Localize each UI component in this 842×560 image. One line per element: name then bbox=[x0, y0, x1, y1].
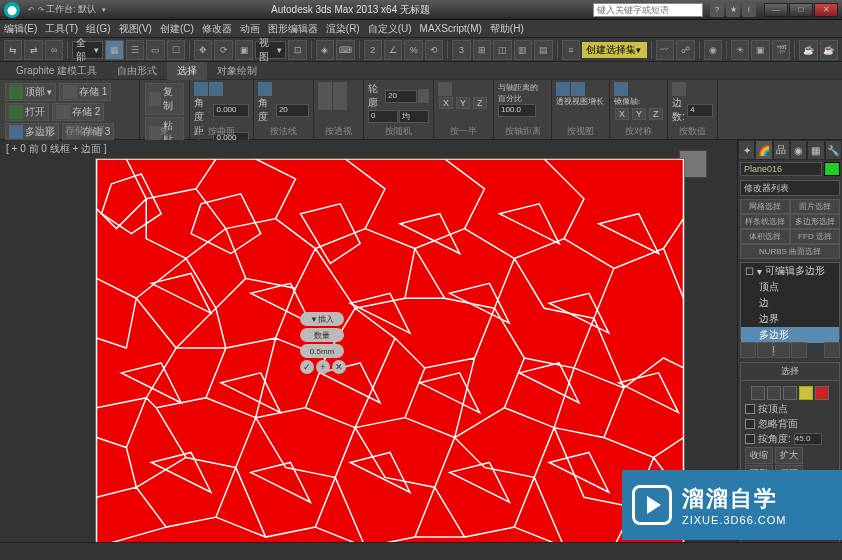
render-setup-icon[interactable]: ☀ bbox=[731, 40, 749, 60]
remove-mod-icon[interactable] bbox=[791, 342, 807, 358]
qa-undo-icon[interactable]: ↶ bbox=[28, 6, 34, 14]
angle-spinner[interactable]: 0.000 bbox=[213, 104, 249, 117]
caddy-mode[interactable]: 数量 bbox=[300, 328, 344, 342]
stack-border[interactable]: 边界 bbox=[741, 311, 839, 327]
menu-create[interactable]: 创建(C) bbox=[160, 22, 194, 36]
stack-editable-poly[interactable]: ☐ ▾ 可编辑多边形 bbox=[741, 263, 839, 279]
menu-animation[interactable]: 动画 bbox=[240, 22, 260, 36]
move-icon[interactable]: ✥ bbox=[194, 40, 212, 60]
mod-ffd[interactable]: FFD 选择 bbox=[790, 229, 840, 244]
object-color-swatch[interactable] bbox=[824, 162, 840, 176]
bind-icon[interactable]: ∞ bbox=[45, 40, 63, 60]
snap3-icon[interactable]: 3 bbox=[452, 40, 470, 60]
open-button[interactable]: 打开 bbox=[5, 103, 49, 121]
schematic-icon[interactable]: ☍ bbox=[676, 40, 694, 60]
manip-icon[interactable]: ◈ bbox=[316, 40, 334, 60]
modifier-stack[interactable]: ☐ ▾ 可编辑多边形 顶点 边 边界 多边形 元素 bbox=[740, 262, 840, 340]
workspace-label[interactable]: 工作台: 默认 bbox=[46, 3, 96, 16]
material-icon[interactable]: ◉ bbox=[704, 40, 722, 60]
menu-render[interactable]: 渲染(R) bbox=[326, 22, 360, 36]
snap-percent-icon[interactable]: % bbox=[404, 40, 422, 60]
rollout-selection-header[interactable]: 选择 bbox=[741, 363, 839, 381]
rand-spinner[interactable]: 20 bbox=[385, 90, 417, 103]
layers-icon[interactable]: ≡ bbox=[562, 40, 580, 60]
norm-angle-spinner[interactable]: 20 bbox=[276, 104, 309, 117]
caddy-ok-icon[interactable]: ✓ bbox=[300, 360, 314, 374]
menu-custom[interactable]: 自定义(U) bbox=[368, 22, 412, 36]
pin-stack-icon[interactable] bbox=[740, 342, 756, 358]
tab-modify-icon[interactable]: 🌈 bbox=[755, 140, 772, 160]
unlink-icon[interactable]: ⇄ bbox=[24, 40, 42, 60]
mod-nurbs[interactable]: NURBS 曲面选择 bbox=[740, 244, 840, 259]
stack-edge[interactable]: 边 bbox=[741, 295, 839, 311]
subobj-border-icon[interactable] bbox=[783, 386, 797, 400]
snap-angle-icon[interactable]: ∠ bbox=[384, 40, 402, 60]
mod-spline[interactable]: 样条线选择 bbox=[740, 214, 790, 229]
info-icon[interactable]: i bbox=[742, 3, 756, 17]
menu-maxscript[interactable]: MAXScript(M) bbox=[420, 23, 482, 34]
edges-spinner[interactable]: 4 bbox=[687, 104, 713, 117]
grow-button[interactable]: 扩大 bbox=[775, 447, 803, 464]
tab-display-icon[interactable]: ▦ bbox=[807, 140, 824, 160]
tab-freeform[interactable]: 自由形式 bbox=[107, 62, 167, 80]
help-search-input[interactable] bbox=[593, 3, 703, 17]
by-angle-checkbox[interactable] bbox=[745, 434, 755, 444]
link-icon[interactable]: ⇆ bbox=[4, 40, 22, 60]
star-icon[interactable]: ★ bbox=[726, 3, 740, 17]
maximize-button[interactable]: □ bbox=[789, 3, 813, 17]
stack-polygon[interactable]: 多边形 bbox=[741, 327, 839, 343]
tab-graphite[interactable]: Graphite 建模工具 bbox=[6, 62, 107, 80]
modifier-list-combo[interactable]: 修改器列表 bbox=[740, 180, 840, 196]
pivot-spinner[interactable]: 100.0 bbox=[498, 104, 536, 117]
viewport-canvas[interactable] bbox=[95, 158, 685, 548]
snap2d-icon[interactable]: 2 bbox=[364, 40, 382, 60]
select-rect-icon[interactable]: ▭ bbox=[146, 40, 164, 60]
select-name-icon[interactable]: ☰ bbox=[126, 40, 144, 60]
refcoord-combo[interactable]: 视图 ▾ bbox=[255, 41, 286, 59]
sym-x[interactable]: X bbox=[615, 108, 629, 120]
snap-spinner-icon[interactable]: ⟲ bbox=[425, 40, 443, 60]
caddy-value[interactable]: 0.5mm bbox=[300, 344, 344, 358]
tab-hierarchy-icon[interactable]: 品 bbox=[773, 140, 790, 160]
pivot-icon[interactable]: ⊡ bbox=[288, 40, 306, 60]
tab-objectpaint[interactable]: 对象绘制 bbox=[207, 62, 267, 80]
sym-z[interactable]: Z bbox=[649, 108, 663, 120]
half-x[interactable]: X bbox=[439, 97, 453, 109]
store2-button[interactable]: 存储 2 bbox=[52, 103, 104, 121]
menu-edit[interactable]: 编辑(E) bbox=[4, 22, 37, 36]
menu-group[interactable]: 组(G) bbox=[86, 22, 110, 36]
menu-help[interactable]: 帮助(H) bbox=[490, 22, 524, 36]
keymode-icon[interactable]: ⌨ bbox=[336, 40, 354, 60]
tab-motion-icon[interactable]: ◉ bbox=[790, 140, 807, 160]
object-name-field[interactable]: Plane016 bbox=[740, 162, 822, 176]
menu-view[interactable]: 视图(V) bbox=[119, 22, 152, 36]
subobj-element-icon[interactable] bbox=[815, 386, 829, 400]
unique-icon[interactable] bbox=[774, 342, 790, 358]
app-icon[interactable]: ⬤ bbox=[4, 2, 20, 18]
teapot-icon[interactable]: ☕ bbox=[799, 40, 817, 60]
top-button[interactable]: 顶部▾ bbox=[5, 83, 56, 101]
teapot2-icon[interactable]: ☕ bbox=[820, 40, 838, 60]
curve-editor-icon[interactable]: 〰 bbox=[656, 40, 674, 60]
viewport-label[interactable]: [ + 0 前 0 线框 + 边面 ] bbox=[6, 142, 107, 156]
mirror-icon[interactable]: ◫ bbox=[493, 40, 511, 60]
store1-button[interactable]: 存储 1 bbox=[59, 83, 111, 101]
help-icon[interactable]: ? bbox=[710, 3, 724, 17]
by-vertex-checkbox[interactable] bbox=[745, 404, 755, 414]
tab-utilities-icon[interactable]: 🔧 bbox=[825, 140, 842, 160]
menu-tools[interactable]: 工具(T) bbox=[45, 22, 78, 36]
ignore-backfaces-checkbox[interactable] bbox=[745, 419, 755, 429]
scale-icon[interactable]: ▣ bbox=[235, 40, 253, 60]
shrink-button[interactable]: 收缩 bbox=[745, 447, 773, 464]
tab-selection[interactable]: 选择 bbox=[167, 62, 207, 80]
show-end-icon[interactable] bbox=[757, 342, 773, 358]
sym-y[interactable]: Y bbox=[632, 108, 646, 120]
mod-mesh[interactable]: 网格选择 bbox=[740, 199, 790, 214]
configure-icon[interactable] bbox=[824, 342, 840, 358]
subobj-polygon-icon[interactable] bbox=[799, 386, 813, 400]
align-icon[interactable]: ⊞ bbox=[473, 40, 491, 60]
qa-redo-icon[interactable]: ↷ bbox=[38, 6, 44, 14]
array-icon[interactable]: ▥ bbox=[514, 40, 532, 60]
close-button[interactable]: ✕ bbox=[814, 3, 838, 17]
caddy-label[interactable]: ▼插入 bbox=[300, 312, 344, 326]
